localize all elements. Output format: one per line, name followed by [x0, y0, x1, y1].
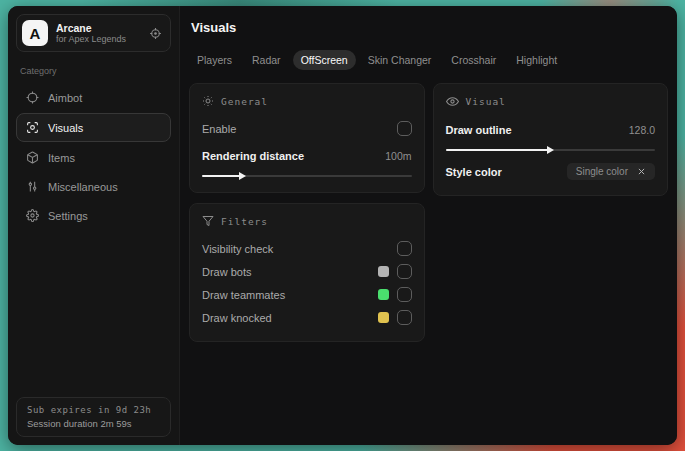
draw-knocked-checkbox[interactable]: [397, 310, 412, 325]
enable-checkbox[interactable]: [397, 121, 412, 136]
sidebar-item-aimbot[interactable]: Aimbot: [16, 84, 171, 111]
sidebar-item-settings[interactable]: Settings: [16, 202, 171, 229]
slider-fill[interactable]: [446, 149, 553, 151]
sidebar-item-label: Visuals: [48, 122, 83, 134]
app-logo-card: A Arcane for Apex Legends: [16, 14, 171, 52]
rendering-distance-slider[interactable]: [202, 175, 412, 177]
style-color-label: Style color: [446, 166, 502, 178]
crosshair-icon: [26, 91, 39, 104]
sun-icon: [202, 95, 214, 107]
filters-panel: Filters Visibility check Draw bots: [189, 203, 425, 342]
draw-knocked-color-swatch[interactable]: [378, 312, 389, 323]
sidebar-item-label: Settings: [48, 210, 88, 222]
app-subtitle: for Apex Legends: [56, 34, 141, 44]
subscription-info-box: Sub expires in 9d 23h Session duration 2…: [16, 397, 171, 437]
enable-label: Enable: [202, 123, 236, 135]
sidebar-item-label: Aimbot: [48, 92, 82, 104]
sidebar-item-label: Miscellaneous: [48, 181, 118, 193]
slider-fill[interactable]: [202, 175, 244, 177]
package-icon: [26, 151, 39, 164]
main-content: Visuals Players Radar OffScreen Skin Cha…: [180, 6, 677, 445]
eye-icon: [446, 95, 459, 108]
app-logo: A: [22, 20, 48, 46]
app-name: Arcane: [56, 22, 141, 34]
draw-outline-slider[interactable]: [446, 149, 656, 151]
page-title: Visuals: [191, 20, 668, 35]
sidebar: A Arcane for Apex Legends Category: [8, 6, 180, 445]
style-color-select[interactable]: Single color: [567, 163, 655, 180]
draw-bots-checkbox[interactable]: [397, 264, 412, 279]
tab-radar[interactable]: Radar: [244, 50, 289, 70]
app-window: A Arcane for Apex Legends Category: [8, 6, 677, 445]
general-panel: General Enable Rendering distance 100m: [189, 83, 425, 193]
app-identity: Arcane for Apex Legends: [56, 22, 141, 44]
sliders-icon: [26, 180, 39, 193]
sidebar-item-miscellaneous[interactable]: Miscellaneous: [16, 173, 171, 200]
close-icon[interactable]: [637, 167, 646, 176]
rendering-distance-value: 100m: [385, 150, 411, 162]
draw-teammates-color-swatch[interactable]: [378, 289, 389, 300]
draw-teammates-checkbox[interactable]: [397, 287, 412, 302]
visual-panel: Visual Draw outline 128.0 Style color Si…: [433, 83, 669, 196]
session-duration-text: Session duration 2m 59s: [27, 418, 160, 429]
category-label: Category: [20, 66, 167, 76]
tab-bar: Players Radar OffScreen Skin Changer Cro…: [189, 50, 668, 70]
funnel-icon: [202, 215, 214, 227]
draw-bots-color-swatch[interactable]: [378, 266, 389, 277]
draw-teammates-label: Draw teammates: [202, 289, 285, 301]
target-icon[interactable]: [149, 27, 162, 40]
tab-players[interactable]: Players: [189, 50, 240, 70]
sidebar-item-label: Items: [48, 152, 75, 164]
scan-eye-icon: [26, 121, 39, 134]
panel-title: General: [221, 96, 268, 107]
draw-knocked-label: Draw knocked: [202, 312, 272, 324]
draw-bots-label: Draw bots: [202, 266, 252, 278]
sidebar-item-visuals[interactable]: Visuals: [16, 113, 171, 142]
gear-icon: [26, 209, 39, 222]
tab-highlight[interactable]: Highlight: [508, 50, 565, 70]
visibility-check-checkbox[interactable]: [397, 241, 412, 256]
sidebar-item-items[interactable]: Items: [16, 144, 171, 171]
draw-outline-value: 128.0: [629, 124, 655, 136]
right-column: Visual Draw outline 128.0 Style color Si…: [433, 83, 669, 196]
panel-title: Filters: [221, 216, 268, 227]
draw-outline-label: Draw outline: [446, 124, 512, 136]
left-column: General Enable Rendering distance 100m: [189, 83, 425, 342]
tab-skin-changer[interactable]: Skin Changer: [360, 50, 440, 70]
tab-offscreen[interactable]: OffScreen: [293, 50, 356, 70]
panel-title: Visual: [466, 96, 506, 107]
sub-expires-text: Sub expires in 9d 23h: [27, 405, 160, 415]
visibility-check-label: Visibility check: [202, 243, 273, 255]
rendering-distance-label: Rendering distance: [202, 150, 304, 162]
sidebar-nav: Aimbot Visuals: [16, 84, 171, 229]
tab-crosshair[interactable]: Crosshair: [443, 50, 504, 70]
style-color-value: Single color: [576, 166, 628, 177]
